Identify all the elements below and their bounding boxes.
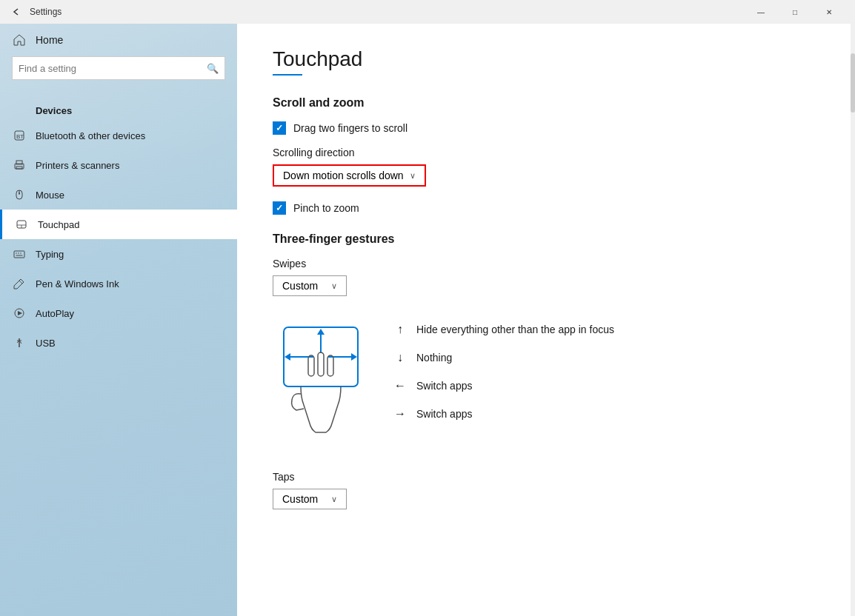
dropdown-chevron-icon: ∨ <box>410 171 416 181</box>
drag-two-fingers-label: Drag two fingers to scroll <box>293 122 407 134</box>
svg-marker-29 <box>351 353 357 361</box>
sidebar-item-label: Printers & scanners <box>36 160 119 171</box>
content-area: Touchpad Scroll and zoom ✓ Drag two fing… <box>237 24 855 616</box>
search-box[interactable]: 🔍 <box>12 56 225 80</box>
sidebar-item-label: AutoPlay <box>36 308 74 319</box>
sidebar-item-label: USB <box>36 338 56 349</box>
mouse-icon <box>12 187 27 202</box>
sidebar-item-mouse[interactable]: Mouse <box>0 180 237 210</box>
gesture-left-row: ← Switch apps <box>393 379 614 392</box>
arrow-right-icon: → <box>393 407 407 421</box>
svg-marker-25 <box>317 329 325 335</box>
sidebar-item-autoplay[interactable]: AutoPlay <box>0 298 237 328</box>
titlebar-controls: — □ ✕ <box>744 0 846 24</box>
svg-rect-4 <box>16 167 22 169</box>
sidebar-item-touchpad[interactable]: Touchpad <box>0 210 237 239</box>
svg-rect-31 <box>318 352 324 376</box>
sidebar-item-home[interactable]: Home <box>0 24 237 56</box>
swipes-container: ↑ Hide everything other than the app in … <box>273 320 819 453</box>
sidebar-section-label: Devices <box>0 101 237 121</box>
three-finger-title: Three-finger gestures <box>273 232 819 246</box>
swipes-chevron-icon: ∨ <box>331 281 337 291</box>
titlebar-title: Settings <box>30 7 744 17</box>
taps-section: Taps Custom ∨ <box>273 471 819 521</box>
gesture-right-label: Switch apps <box>416 408 472 420</box>
search-container: 🔍 <box>0 56 237 101</box>
printer-icon <box>12 158 27 173</box>
svg-point-7 <box>19 192 20 194</box>
sidebar-home-label: Home <box>36 34 63 46</box>
gesture-left-label: Switch apps <box>416 380 472 392</box>
sidebar-item-label: Touchpad <box>38 219 79 230</box>
three-finger-section: Three-finger gestures Swipes Custom ∨ <box>273 232 819 521</box>
sidebar-item-usb[interactable]: USB <box>0 328 237 358</box>
svg-marker-18 <box>18 311 22 315</box>
taps-value: Custom <box>282 493 318 505</box>
arrow-left-icon: ← <box>393 379 407 392</box>
gesture-right-row: → Switch apps <box>393 407 614 421</box>
scrollbar-track <box>851 24 855 616</box>
pinch-to-zoom-checkbox[interactable]: ✓ <box>273 201 286 215</box>
checkmark-icon: ✓ <box>276 203 283 213</box>
scrolling-direction-value: Down motion scrolls down <box>283 170 404 181</box>
drag-two-fingers-row: ✓ Drag two fingers to scroll <box>273 121 819 135</box>
taps-chevron-icon: ∨ <box>331 495 337 504</box>
gesture-labels: ↑ Hide everything other than the app in … <box>393 320 614 421</box>
sidebar: Home 🔍 Devices BT Bluetooth & other devi… <box>0 24 237 616</box>
swipes-value: Custom <box>282 280 318 292</box>
close-button[interactable]: ✕ <box>812 0 846 24</box>
svg-text:BT: BT <box>16 133 24 140</box>
sidebar-item-label: Mouse <box>36 190 64 201</box>
svg-rect-11 <box>14 251 24 258</box>
svg-line-16 <box>19 281 22 284</box>
pinch-to-zoom-row: ✓ Pinch to zoom <box>273 201 819 215</box>
bluetooth-icon: BT <box>12 128 27 143</box>
svg-rect-32 <box>327 355 333 376</box>
pen-icon <box>12 276 27 291</box>
sidebar-item-typing[interactable]: Typing <box>0 239 237 269</box>
scrolling-direction-label: Scrolling direction <box>273 147 819 158</box>
search-icon: 🔍 <box>207 63 219 74</box>
swipes-label: Swipes <box>273 258 819 270</box>
arrow-down-icon: ↓ <box>393 351 407 364</box>
sidebar-item-bluetooth[interactable]: BT Bluetooth & other devices <box>0 121 237 150</box>
taps-dropdown[interactable]: Custom ∨ <box>273 489 347 509</box>
sidebar-item-printers[interactable]: Printers & scanners <box>0 150 237 180</box>
svg-marker-27 <box>285 353 290 361</box>
scrolling-direction-dropdown[interactable]: Down motion scrolls down ∨ <box>273 164 426 187</box>
gesture-up-row: ↑ Hide everything other than the app in … <box>393 323 614 336</box>
page-title: Touchpad <box>273 47 819 71</box>
back-button[interactable] <box>9 4 24 19</box>
app-body: Home 🔍 Devices BT Bluetooth & other devi… <box>0 24 855 616</box>
arrow-up-icon: ↑ <box>393 323 407 336</box>
sidebar-item-pen[interactable]: Pen & Windows Ink <box>0 269 237 298</box>
gesture-illustration <box>273 320 369 453</box>
touchpad-icon <box>14 217 29 232</box>
scroll-zoom-section: Scroll and zoom ✓ Drag two fingers to sc… <box>273 96 819 215</box>
home-icon <box>12 33 27 47</box>
typing-icon <box>12 247 27 261</box>
taps-label: Taps <box>273 471 819 483</box>
sidebar-item-label: Bluetooth & other devices <box>36 130 145 141</box>
gesture-up-label: Hide everything other than the app in fo… <box>416 324 614 335</box>
sidebar-item-label: Typing <box>36 249 64 260</box>
swipes-dropdown[interactable]: Custom ∨ <box>273 275 347 296</box>
pinch-to-zoom-label: Pinch to zoom <box>293 202 359 214</box>
usb-icon <box>12 335 27 350</box>
maximize-button[interactable]: □ <box>778 0 812 24</box>
gesture-down-row: ↓ Nothing <box>393 351 614 364</box>
checkmark-icon: ✓ <box>276 123 283 133</box>
titlebar: Settings — □ ✕ <box>0 0 855 24</box>
search-input[interactable] <box>19 63 207 74</box>
gesture-down-label: Nothing <box>416 352 452 364</box>
minimize-button[interactable]: — <box>744 0 778 24</box>
drag-two-fingers-checkbox[interactable]: ✓ <box>273 121 286 135</box>
svg-rect-30 <box>308 355 314 376</box>
scroll-zoom-title: Scroll and zoom <box>273 96 819 110</box>
scrollbar-thumb[interactable] <box>851 53 855 113</box>
title-underline <box>273 74 302 76</box>
sidebar-item-label: Pen & Windows Ink <box>36 278 119 289</box>
autoplay-icon <box>12 306 27 321</box>
